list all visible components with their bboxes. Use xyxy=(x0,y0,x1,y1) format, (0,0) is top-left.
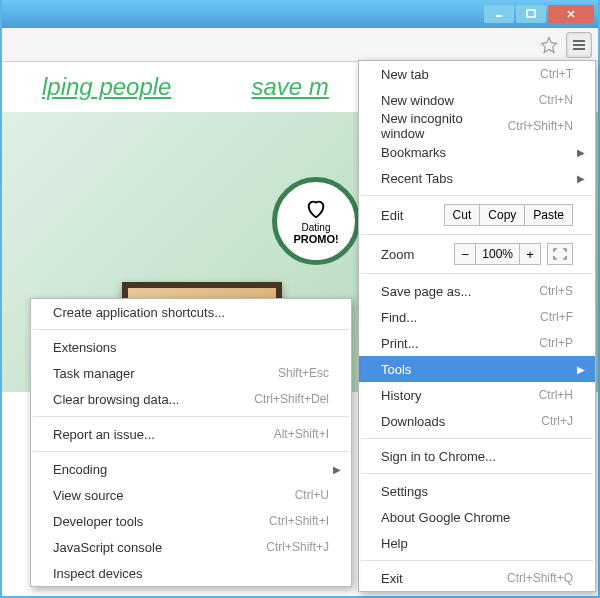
menu-bookmarks[interactable]: Bookmarks▶ xyxy=(359,139,595,165)
menu-separator xyxy=(33,416,349,417)
menu-recent-tabs[interactable]: Recent Tabs▶ xyxy=(359,165,595,191)
submenu-task-manager[interactable]: Task managerShift+Esc xyxy=(31,360,351,386)
chevron-right-icon: ▶ xyxy=(333,464,341,475)
menu-separator xyxy=(361,438,593,439)
menu-new-window[interactable]: New windowCtrl+N xyxy=(359,87,595,113)
svg-rect-1 xyxy=(527,10,535,17)
menu-zoom-row: Zoom − 100% + xyxy=(359,239,595,269)
maximize-icon xyxy=(526,9,536,19)
chevron-right-icon: ▶ xyxy=(577,173,585,184)
promo-small-label: Dating xyxy=(302,222,331,233)
menu-print[interactable]: Print...Ctrl+P xyxy=(359,330,595,356)
star-icon xyxy=(540,36,558,54)
chrome-menu-button[interactable] xyxy=(566,32,592,58)
zoom-value: 100% xyxy=(475,243,520,265)
toolbar xyxy=(2,28,598,62)
menu-separator xyxy=(361,234,593,235)
menu-exit[interactable]: ExitCtrl+Shift+Q xyxy=(359,565,595,591)
close-button[interactable] xyxy=(548,5,594,23)
edit-label: Edit xyxy=(381,208,403,223)
chevron-right-icon: ▶ xyxy=(577,364,585,375)
menu-separator xyxy=(361,195,593,196)
menu-edit-row: Edit Cut Copy Paste xyxy=(359,200,595,230)
paste-button[interactable]: Paste xyxy=(524,204,573,226)
hamburger-icon xyxy=(571,38,587,52)
menu-separator xyxy=(361,473,593,474)
submenu-clear-browsing-data[interactable]: Clear browsing data...Ctrl+Shift+Del xyxy=(31,386,351,412)
promo-big-label: PROMO! xyxy=(293,233,338,245)
zoom-label: Zoom xyxy=(381,247,414,262)
zoom-in-button[interactable]: + xyxy=(519,243,541,265)
submenu-javascript-console[interactable]: JavaScript consoleCtrl+Shift+J xyxy=(31,534,351,560)
menu-signin[interactable]: Sign in to Chrome... xyxy=(359,443,595,469)
menu-find[interactable]: Find...Ctrl+F xyxy=(359,304,595,330)
cut-button[interactable]: Cut xyxy=(444,204,481,226)
menu-separator xyxy=(361,273,593,274)
submenu-view-source[interactable]: View sourceCtrl+U xyxy=(31,482,351,508)
copy-button[interactable]: Copy xyxy=(479,204,525,226)
bookmark-star-button[interactable] xyxy=(538,34,560,56)
chevron-right-icon: ▶ xyxy=(577,147,585,158)
menu-separator xyxy=(33,329,349,330)
menu-about[interactable]: About Google Chrome xyxy=(359,504,595,530)
menu-separator xyxy=(33,451,349,452)
minimize-button[interactable] xyxy=(484,5,514,23)
chrome-main-menu: New tabCtrl+T New windowCtrl+N New incog… xyxy=(358,60,596,592)
heart-icon xyxy=(303,198,329,220)
banner-text-1: lping people xyxy=(42,73,171,101)
submenu-extensions[interactable]: Extensions xyxy=(31,334,351,360)
menu-save-page[interactable]: Save page as...Ctrl+S xyxy=(359,278,595,304)
minimize-icon xyxy=(494,9,504,19)
menu-tools[interactable]: Tools▶ xyxy=(359,356,595,382)
promo-badge: Dating PROMO! xyxy=(272,177,360,265)
submenu-encoding[interactable]: Encoding▶ xyxy=(31,456,351,482)
submenu-developer-tools[interactable]: Developer toolsCtrl+Shift+I xyxy=(31,508,351,534)
submenu-create-app-shortcuts[interactable]: Create application shortcuts... xyxy=(31,299,351,325)
menu-help[interactable]: Help xyxy=(359,530,595,556)
fullscreen-button[interactable] xyxy=(547,243,573,265)
menu-settings[interactable]: Settings xyxy=(359,478,595,504)
submenu-report-issue[interactable]: Report an issue...Alt+Shift+I xyxy=(31,421,351,447)
tools-submenu: Create application shortcuts... Extensio… xyxy=(30,298,352,587)
maximize-button[interactable] xyxy=(516,5,546,23)
menu-separator xyxy=(361,560,593,561)
menu-new-tab[interactable]: New tabCtrl+T xyxy=(359,61,595,87)
banner-text-2: save m xyxy=(251,73,328,101)
zoom-out-button[interactable]: − xyxy=(454,243,476,265)
close-icon xyxy=(566,9,576,19)
menu-downloads[interactable]: DownloadsCtrl+J xyxy=(359,408,595,434)
menu-new-incognito[interactable]: New incognito windowCtrl+Shift+N xyxy=(359,113,595,139)
titlebar xyxy=(2,0,598,28)
menu-history[interactable]: HistoryCtrl+H xyxy=(359,382,595,408)
submenu-inspect-devices[interactable]: Inspect devices xyxy=(31,560,351,586)
fullscreen-icon xyxy=(553,248,567,260)
